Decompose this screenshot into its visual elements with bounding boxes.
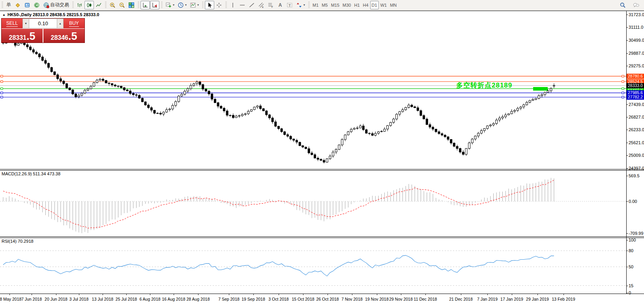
toolbar-group-grip bbox=[138, 2, 139, 9]
text-button[interactable]: A bbox=[275, 1, 285, 9]
periods-button[interactable]: ▾ bbox=[176, 1, 188, 9]
axis-tick-label: 30499.0 bbox=[629, 38, 644, 43]
time-axis-label: 20 Jun 2018 bbox=[45, 297, 67, 301]
templates-button[interactable]: ▾ bbox=[188, 1, 200, 9]
community-chat-button[interactable] bbox=[631, 1, 641, 9]
market-watch-button[interactable] bbox=[13, 1, 22, 9]
zoom-out-icon bbox=[119, 2, 125, 8]
time-axis-label: 3 Jul 2018 bbox=[69, 297, 88, 301]
navigator-icon bbox=[34, 2, 40, 8]
search-button[interactable] bbox=[618, 1, 627, 9]
chart-window[interactable]: ▲HK50-,Daily 28313.0 28438.5 28215.5 283… bbox=[0, 10, 644, 305]
time-axis-tick bbox=[401, 294, 401, 295]
indicators-list-button[interactable]: ▾ bbox=[164, 1, 176, 9]
axis-tick bbox=[626, 117, 628, 117]
arrow-objects-button[interactable]: ▾ bbox=[294, 1, 307, 9]
dropdown-caret-icon[interactable]: ▾ bbox=[173, 3, 174, 7]
toolbar-group-grip bbox=[105, 2, 107, 9]
data-window-icon bbox=[24, 2, 30, 8]
line-anchor-handle[interactable] bbox=[622, 81, 624, 83]
line-anchor-handle[interactable] bbox=[622, 92, 624, 94]
time-axis-label: 13 Feb 2019 bbox=[552, 297, 575, 301]
autotrading-label: 自动交易 bbox=[50, 2, 69, 8]
bar-chart-button[interactable] bbox=[75, 1, 84, 9]
line-anchor-handle[interactable] bbox=[622, 75, 624, 77]
navigator-button[interactable] bbox=[32, 1, 41, 9]
main-toolbar: 单自动交易▾▾▾EFAT▾M1M5M15M30H1H4D1W1MN bbox=[0, 0, 644, 10]
time-axis-label: 13 Jul 2018 bbox=[92, 297, 113, 301]
community-chat-icon bbox=[633, 2, 639, 8]
text-label-button[interactable]: T bbox=[285, 1, 294, 9]
zoom-out-button[interactable] bbox=[117, 1, 127, 9]
dropdown-caret-icon[interactable]: ▾ bbox=[197, 3, 199, 7]
indicators-list-icon bbox=[165, 2, 172, 8]
time-axis-label: 16 Aug 2018 bbox=[162, 297, 185, 301]
buy-price-button[interactable]: 28346.5 bbox=[43, 29, 84, 43]
auto-scroll-button[interactable] bbox=[140, 1, 150, 9]
timeframe-h4-label: H4 bbox=[363, 3, 369, 7]
cursor-button[interactable] bbox=[205, 1, 214, 9]
timeframe-m1[interactable]: M1 bbox=[311, 1, 320, 9]
macd-pane-canvas[interactable] bbox=[0, 171, 626, 236]
time-axis-label: 25 Jul 2018 bbox=[116, 297, 137, 301]
timeframe-mn[interactable]: MN bbox=[388, 1, 398, 9]
axis-tick-label: 25621.0 bbox=[629, 140, 644, 145]
time-axis-label: 3 Oct 2018 bbox=[268, 297, 288, 301]
zoom-in-button[interactable] bbox=[108, 1, 117, 9]
timeframe-h4[interactable]: H4 bbox=[361, 1, 370, 9]
chart-annotation-text[interactable]: 多空转折点28189 bbox=[456, 81, 512, 90]
new-order-button[interactable]: 单 bbox=[4, 1, 13, 9]
price-line-tag: 27782.2 bbox=[627, 95, 644, 100]
candlestick-chart-button[interactable] bbox=[84, 1, 94, 9]
data-window-button[interactable] bbox=[22, 1, 32, 9]
line-anchor-handle[interactable] bbox=[622, 96, 624, 98]
price-chart-canvas[interactable] bbox=[0, 11, 626, 169]
bull-candles bbox=[5, 39, 555, 162]
buy-button[interactable]: BUY bbox=[64, 19, 84, 28]
timeframe-w1[interactable]: W1 bbox=[379, 1, 389, 9]
autotrading-button[interactable]: 自动交易 bbox=[41, 1, 71, 9]
svg-text:E: E bbox=[262, 6, 264, 8]
line-anchor-handle[interactable] bbox=[1, 75, 3, 77]
horizontal-line-button[interactable] bbox=[238, 1, 247, 9]
timeframe-d1[interactable]: D1 bbox=[370, 1, 379, 9]
timeframe-m30[interactable]: M30 bbox=[341, 1, 352, 9]
equidistant-channel-button[interactable]: E bbox=[256, 1, 266, 9]
tile-windows-button[interactable] bbox=[127, 1, 136, 9]
pane-divider[interactable] bbox=[0, 236, 644, 237]
timeframe-w1-label: W1 bbox=[380, 3, 387, 7]
volume-increase-button[interactable]: ▲ bbox=[57, 19, 64, 28]
axis-tick-label: 0.00 bbox=[629, 199, 637, 204]
pane-divider[interactable] bbox=[0, 169, 644, 169]
rsi-pane-canvas[interactable] bbox=[0, 238, 626, 294]
line-chart-button[interactable] bbox=[94, 1, 103, 9]
vertical-line-button[interactable] bbox=[228, 1, 238, 9]
line-anchor-handle[interactable] bbox=[1, 96, 3, 98]
sell-button[interactable]: SELL bbox=[2, 19, 22, 28]
highlight-rectangle[interactable] bbox=[533, 87, 548, 91]
candlestick-chart-icon bbox=[86, 2, 92, 8]
trendline-button[interactable] bbox=[247, 1, 256, 9]
time-axis-tick bbox=[32, 294, 32, 295]
line-anchor-handle[interactable] bbox=[1, 81, 3, 83]
timeframe-m5[interactable]: M5 bbox=[320, 1, 329, 9]
timeframe-h1[interactable]: H1 bbox=[352, 1, 361, 9]
volume-decrease-button[interactable]: ▼ bbox=[22, 19, 29, 28]
line-anchor-handle[interactable] bbox=[622, 87, 624, 89]
collapse-panel-icon[interactable]: ▲ bbox=[2, 13, 6, 17]
line-anchor-handle[interactable] bbox=[1, 87, 3, 89]
crosshair-button[interactable] bbox=[214, 1, 224, 9]
dropdown-caret-icon[interactable]: ▾ bbox=[185, 3, 187, 7]
volume-input[interactable] bbox=[29, 19, 57, 28]
chart-shift-button[interactable] bbox=[150, 1, 159, 9]
sell-price-button[interactable]: 28331.5 bbox=[2, 29, 43, 43]
autotrading-icon bbox=[43, 2, 49, 8]
axis-tick-label: 27439.0 bbox=[629, 102, 644, 107]
dropdown-caret-icon[interactable]: ▾ bbox=[303, 3, 305, 7]
timeframe-m15[interactable]: M15 bbox=[329, 1, 341, 9]
rsi-indicator-label: RSI(14) 70.2918 bbox=[2, 239, 34, 244]
time-axis-label: 26 Oct 2018 bbox=[316, 297, 339, 301]
time-axis-tick bbox=[352, 294, 352, 295]
fibonacci-retracement-button[interactable]: F bbox=[266, 1, 275, 9]
line-anchor-handle[interactable] bbox=[1, 92, 3, 94]
